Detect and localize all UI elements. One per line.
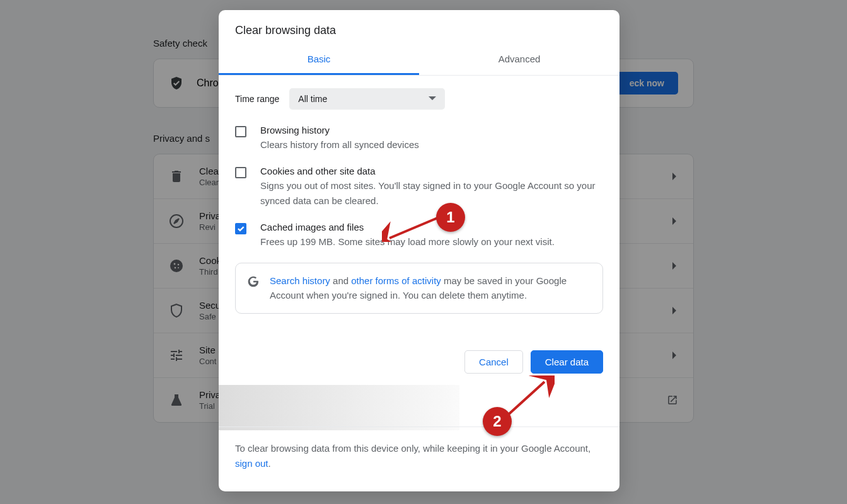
option-title: Browsing history [260,125,419,135]
annotation-badge-1: 1 [436,203,465,232]
link-other-activity[interactable]: other forms of activity [351,275,441,286]
dialog-footer: To clear browsing data from this device … [219,427,619,491]
cancel-button[interactable]: Cancel [464,350,523,374]
checkbox-browsing-history[interactable] [235,126,246,137]
link-search-history[interactable]: Search history [270,275,330,286]
option-title: Cached images and files [260,222,555,232]
checkbox-cookies[interactable] [235,167,246,178]
link-sign-out[interactable]: sign out [235,458,268,469]
google-logo-icon [247,275,260,288]
option-cookies: Cookies and other site data Signs you ou… [235,166,603,208]
time-range-value: All time [298,94,327,104]
time-range-select[interactable]: All time [289,88,445,110]
option-sub: Clears history from all synced devices [260,137,419,152]
clear-browsing-data-dialog: Clear browsing data Basic Advanced Time … [219,10,619,491]
option-browsing-history: Browsing history Clears history from all… [235,125,603,152]
tab-advanced[interactable]: Advanced [419,45,619,75]
checkbox-cache[interactable] [235,223,246,234]
dialog-tabs: Basic Advanced [219,45,619,76]
annotation-badge-2: 2 [483,407,512,436]
option-sub: Frees up 199 MB. Some sites may load mor… [260,234,555,249]
chevron-down-icon [429,96,436,101]
google-account-info: Search history and other forms of activi… [235,263,603,314]
redacted-strip [219,385,459,430]
time-range-label: Time range [235,94,279,104]
option-cache: Cached images and files Frees up 199 MB.… [235,222,603,249]
checkmark-icon [236,224,245,233]
option-title: Cookies and other site data [260,166,603,176]
tab-basic[interactable]: Basic [219,45,419,75]
clear-data-button[interactable]: Clear data [531,350,603,374]
dialog-title: Clear browsing data [219,10,619,45]
option-sub: Signs you out of most sites. You'll stay… [260,178,603,208]
info-text: Search history and other forms of activi… [270,273,591,303]
